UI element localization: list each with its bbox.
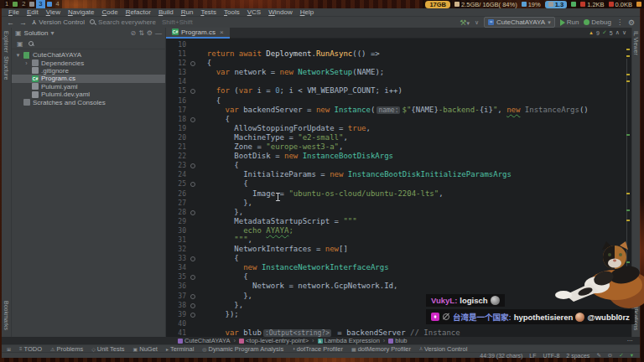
menu-navigate[interactable]: Navigate: [65, 8, 98, 16]
code-line-13[interactable]: 13 var network = new NetworkSetup(NAME);: [166, 68, 631, 77]
code-line-26[interactable]: 26 Image = "ubuntu-os-cloud/ubuntu-2204-…: [166, 189, 631, 199]
fold-marker[interactable]: [186, 161, 198, 170]
fold-marker[interactable]: [186, 272, 198, 282]
warning-stripe-mark[interactable]: [626, 220, 630, 221]
workspace-1[interactable]: 1: [3, 0, 11, 8]
menu-window[interactable]: Window: [265, 8, 295, 16]
code-line-17[interactable]: 17 var backendServer = new Instance(name…: [166, 106, 631, 115]
fold-marker[interactable]: [186, 310, 198, 319]
fold-marker[interactable]: [186, 292, 198, 301]
more-actions-button[interactable]: ⋮: [616, 18, 623, 26]
warning-stripe-mark[interactable]: [626, 55, 630, 57]
code-line-23[interactable]: 23 {: [166, 161, 631, 170]
menu-vcs[interactable]: VCS: [244, 8, 264, 16]
fold-marker[interactable]: [186, 86, 198, 96]
caret-position[interactable]: 44:39 (32 chars): [480, 353, 522, 359]
scope-icon[interactable]: ▣: [17, 40, 23, 48]
fold-marker[interactable]: [186, 179, 198, 189]
tree-item-dependencies[interactable]: ›Dependencies: [12, 59, 165, 66]
menu-run[interactable]: Run: [178, 8, 197, 16]
info-stripe-mark[interactable]: [626, 134, 630, 136]
menu-tools[interactable]: Tools: [221, 8, 243, 16]
code-line-20[interactable]: 20 MachineType = "e2-small",: [166, 133, 631, 142]
warning-stripe-mark[interactable]: [626, 74, 630, 75]
stripe-il-viewer[interactable]: IL Viewer: [633, 31, 639, 55]
version-control-widget[interactable]: Y Version Control: [32, 18, 85, 26]
fold-marker[interactable]: [186, 59, 198, 68]
workspace-4[interactable]: 4: [54, 0, 62, 8]
file-encoding[interactable]: UTF-8: [543, 353, 560, 359]
warning-stripe-mark[interactable]: [626, 49, 630, 50]
breadcrumb-lambda-expression[interactable]: λLambda Expression: [318, 337, 380, 344]
tree-item-scratches-and-consoles[interactable]: Scratches and Consoles: [12, 98, 165, 106]
menu-tests[interactable]: Tests: [197, 8, 220, 16]
menu-build[interactable]: Build: [155, 8, 177, 16]
forward-button[interactable]: →: [19, 18, 27, 27]
code-line-29[interactable]: 29 MetadataStartupScript = """: [166, 217, 631, 226]
stripe-bookmarks[interactable]: Bookmarks: [3, 301, 9, 330]
toolwindow-unit-tests[interactable]: ◇Unit Tests: [91, 345, 124, 353]
toolwindow-dottrace-profiler[interactable]: ◑dotTrace Profiler: [292, 345, 343, 353]
toolwindow-dynamic-program-analysis[interactable]: ◎Dynamic Program Analysis: [202, 345, 283, 353]
fold-marker[interactable]: [186, 115, 198, 124]
hide-panel-icon[interactable]: —: [155, 29, 162, 37]
code-line-10[interactable]: 10: [166, 40, 631, 49]
fold-marker[interactable]: [186, 208, 198, 217]
back-button[interactable]: ←: [7, 18, 14, 27]
code-line-24[interactable]: 24 InitializeParams = new InstanceBootDi…: [166, 170, 631, 179]
tab-program-cs[interactable]: C# Program.cs ×: [166, 28, 230, 39]
locate-icon[interactable]: ⊘: [130, 29, 136, 37]
code-line-15[interactable]: 15 for (var i = 0; i < VM_WEBAPP_COUNT; …: [166, 86, 631, 96]
menu-help[interactable]: Help: [297, 8, 317, 16]
stripe-explorer[interactable]: Explorer: [3, 31, 9, 53]
tree-item-cutechatayaya[interactable]: ▾CuteChatAYAYA: [12, 51, 165, 59]
tree-item--gitignore[interactable]: .gitignore: [12, 67, 165, 75]
menu-edit[interactable]: Edit: [23, 8, 42, 16]
expand-collapse-icon[interactable]: ⇅: [138, 29, 144, 37]
panel-settings-icon[interactable]: ⚙: [147, 29, 153, 37]
search-everywhere[interactable]: Search everywhere Shift+Shift: [90, 18, 193, 26]
collapse-chevron-icon[interactable]: ∨: [475, 19, 479, 26]
toolwindow-dotmemory-profiler[interactable]: ▦dotMemory Profiler: [351, 345, 411, 353]
inspections-widget[interactable]: ▲ 9 ✓ 5 ∧ ∨: [589, 29, 631, 36]
code-line-11[interactable]: 11 return await Deployment.RunAsync(() =…: [166, 49, 631, 59]
toolwindow-todo[interactable]: ≡TODO: [19, 345, 42, 353]
settings-gear-icon[interactable]: ⚙: [628, 18, 635, 27]
code-line-16[interactable]: 16 {: [166, 96, 631, 106]
menu-refactor[interactable]: Refactor: [122, 8, 154, 16]
debug-button[interactable]: Debug: [584, 18, 611, 26]
menu-file[interactable]: File: [5, 8, 23, 16]
tree-item-pulumi-yaml[interactable]: Pulumi.yaml: [12, 83, 165, 90]
code-line-22[interactable]: 22 BootDisk = new InstanceBootDiskArgs: [166, 152, 631, 161]
toolwindow-version-control[interactable]: YVersion Control: [419, 345, 467, 353]
fold-marker[interactable]: [186, 301, 198, 310]
workspace-3[interactable]: 3: [36, 0, 44, 8]
prev-issue-icon[interactable]: ∧: [615, 29, 620, 36]
notifications-icon[interactable]: ⊙: [608, 352, 612, 359]
next-issue-icon[interactable]: ∨: [622, 29, 626, 36]
inspections-ok-icon[interactable]: ✓: [619, 352, 623, 359]
filter-search-icon[interactable]: [29, 41, 34, 47]
toolwindow-switcher-icon[interactable]: ⊞: [7, 346, 11, 352]
code-line-18[interactable]: 18 {: [166, 115, 631, 124]
tree-item-pulumi-dev-yaml[interactable]: Pulumi.dev.yaml: [12, 90, 165, 98]
info-stripe-mark[interactable]: [626, 209, 630, 211]
toolwindow-problems[interactable]: ⚠Problems: [50, 345, 83, 353]
breadcrumb-blub[interactable]: blub: [388, 337, 407, 344]
code-line-30[interactable]: 30 echo AYAYA;: [166, 226, 631, 235]
code-line-27[interactable]: 27 },: [166, 199, 631, 208]
code-line-41[interactable]: 41 var blub:Output<string?> = backendSer…: [166, 328, 631, 337]
run-button[interactable]: Run: [560, 18, 579, 26]
tree-item-program-cs[interactable]: C#Program.cs: [12, 75, 165, 82]
stripe-structure[interactable]: Structure: [3, 56, 9, 80]
indent-style[interactable]: 2 spaces: [566, 353, 589, 359]
warning-stripe-mark[interactable]: [626, 80, 630, 82]
line-separator[interactable]: LF: [529, 353, 536, 359]
code-line-14[interactable]: 14: [166, 77, 631, 86]
workspace-2[interactable]: 2: [19, 0, 28, 8]
build-button[interactable]: ⚒▾: [460, 18, 470, 27]
close-tab-icon[interactable]: ×: [220, 28, 224, 36]
warning-stripe-mark[interactable]: [626, 193, 630, 194]
code-line-12[interactable]: 12 {: [166, 59, 631, 68]
breadcrumb--top-level-entry-point-[interactable]: <top-level-entry-point>: [239, 337, 309, 344]
